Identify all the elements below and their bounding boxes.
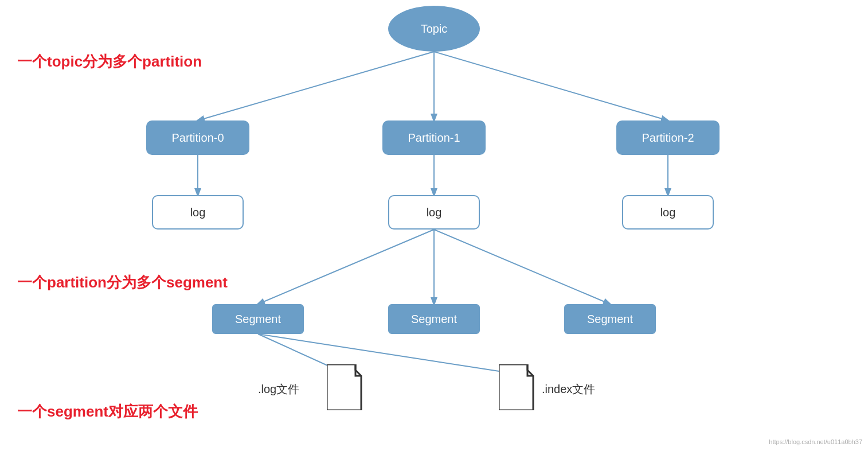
svg-line-10 (258, 334, 510, 373)
log-2-node: log (622, 195, 714, 230)
svg-line-2 (434, 52, 668, 120)
annotation-3: 一个segment对应两个文件 (17, 402, 198, 422)
segment-1-node: Segment (388, 304, 480, 334)
index-file-label: .index文件 (542, 382, 595, 397)
annotation-1: 一个topic分为多个partition (17, 52, 202, 72)
partition-0-node: Partition-0 (146, 120, 249, 155)
svg-line-0 (198, 52, 434, 120)
diagram-container: Topic Partition-0 Partition-1 Partition-… (0, 0, 868, 451)
partition-1-node: Partition-1 (382, 120, 486, 155)
index-file-icon (499, 364, 539, 410)
log-1-node: log (388, 195, 480, 230)
annotation-2: 一个partition分为多个segment (17, 273, 228, 293)
topic-node: Topic (388, 6, 480, 52)
watermark: https://blog.csdn.net/u011a0bh37 (769, 438, 862, 445)
svg-line-6 (258, 230, 434, 304)
log-file-label: .log文件 (258, 382, 299, 397)
svg-line-8 (434, 230, 610, 304)
segment-2-node: Segment (564, 304, 656, 334)
log-file-icon (327, 364, 367, 410)
log-0-node: log (152, 195, 244, 230)
segment-0-node: Segment (212, 304, 304, 334)
partition-2-node: Partition-2 (616, 120, 720, 155)
